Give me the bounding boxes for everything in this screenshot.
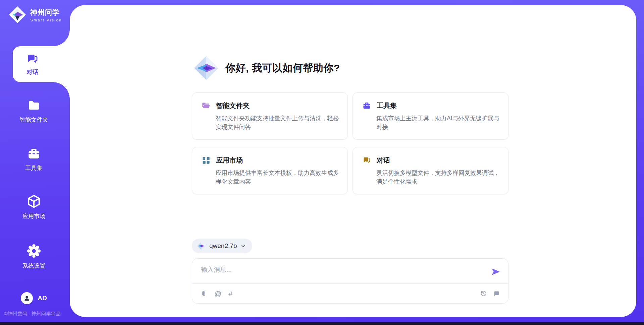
card-title: 应用市场 — [216, 156, 243, 165]
gear-icon — [26, 243, 42, 259]
diamond-logo-icon — [197, 242, 206, 250]
model-selector[interactable]: qwen2:7b — [192, 239, 252, 253]
card-description: 集成市场上主流工具，助力AI与外界无缝扩展与对接 — [376, 114, 501, 131]
sidebar-item-label: 工具集 — [25, 164, 43, 172]
brand-name: 神州问学 — [30, 8, 62, 17]
briefcase-icon — [362, 101, 371, 110]
avatar — [21, 292, 33, 304]
card-title: 工具集 — [377, 101, 397, 110]
model-name: qwen2:7b — [209, 242, 237, 250]
card-title: 对话 — [377, 156, 390, 165]
user-profile[interactable]: AD — [0, 292, 68, 304]
card-toolset[interactable]: 工具集 集成市场上主流工具，助力AI与外界无缝扩展与对接 — [353, 92, 508, 140]
greeting-row: 你好, 我可以如何帮助你? — [193, 55, 340, 81]
message-composer: @ # — [192, 258, 508, 304]
card-description: 智能文件夹功能支持批量文件上传与清洗，轻松实现文件问答 — [216, 114, 340, 131]
card-description: 应用市场提供丰富长文本模板，助力高效生成多样化文章内容 — [216, 169, 340, 186]
folder-icon — [27, 99, 41, 113]
card-description: 灵活切换多模型文件，支持多样回复效果调试，满足个性化需求 — [376, 169, 501, 186]
sidebar-item-toolset[interactable]: 工具集 — [0, 147, 68, 172]
card-smart-folder[interactable]: 智能文件夹 智能文件夹功能支持批量文件上传与清洗，轻松实现文件问答 — [192, 92, 348, 140]
sidebar-item-label: 应用市场 — [22, 212, 45, 220]
cube-icon — [26, 194, 42, 209]
diamond-logo-icon — [193, 55, 219, 81]
brand-logo: 神州问学 Smart Vision — [9, 6, 62, 23]
send-button[interactable] — [491, 267, 500, 276]
sidebar-item-label: 智能文件夹 — [20, 116, 48, 124]
card-title: 智能文件夹 — [216, 101, 250, 110]
chat-icon — [26, 52, 39, 66]
chat-bubbles-icon — [362, 156, 371, 165]
send-icon — [491, 267, 500, 276]
sidebar-item-label: 系统设置 — [22, 262, 45, 270]
card-chat[interactable]: 对话 灵活切换多模型文件，支持多样回复效果调试，满足个性化需求 — [353, 147, 508, 194]
card-app-market[interactable]: 应用市场 应用市场提供丰富长文本模板，助力高效生成多样化文章内容 — [192, 147, 348, 194]
person-icon — [23, 295, 31, 302]
tab-fillet-top — [53, 29, 70, 46]
history-icon[interactable] — [480, 290, 487, 297]
folder-open-icon — [202, 101, 211, 110]
attachment-icon[interactable] — [200, 290, 207, 297]
chevron-down-icon — [240, 243, 246, 249]
user-initials: AD — [38, 295, 47, 302]
tab-fillet-bottom — [53, 82, 70, 99]
feature-cards: 智能文件夹 智能文件夹功能支持批量文件上传与清洗，轻松实现文件问答 工具集 集成… — [192, 92, 508, 194]
sidebar-item-chat[interactable]: 对话 — [13, 46, 70, 82]
message-input[interactable] — [201, 264, 483, 275]
sidebar-item-app-market[interactable]: 应用市场 — [0, 194, 68, 220]
sidebar-item-label: 对话 — [26, 68, 39, 76]
brand-subtitle: Smart Vision — [30, 18, 62, 22]
greeting-title: 你好, 我可以如何帮助你? — [225, 61, 340, 75]
hash-icon[interactable]: # — [228, 290, 232, 297]
sidebar-item-smart-folder[interactable]: 智能文件夹 — [0, 99, 68, 124]
mention-icon[interactable]: @ — [214, 290, 221, 297]
feedback-icon[interactable] — [493, 290, 500, 297]
diamond-logo-icon — [9, 6, 26, 23]
sidebar-item-settings[interactable]: 系统设置 — [0, 243, 68, 270]
grid-icon — [202, 156, 211, 165]
toolbox-icon — [27, 147, 41, 161]
window-bottom-edge — [0, 322, 644, 325]
copyright-text: ©神州数码 · 神州问学出品 — [4, 311, 71, 317]
